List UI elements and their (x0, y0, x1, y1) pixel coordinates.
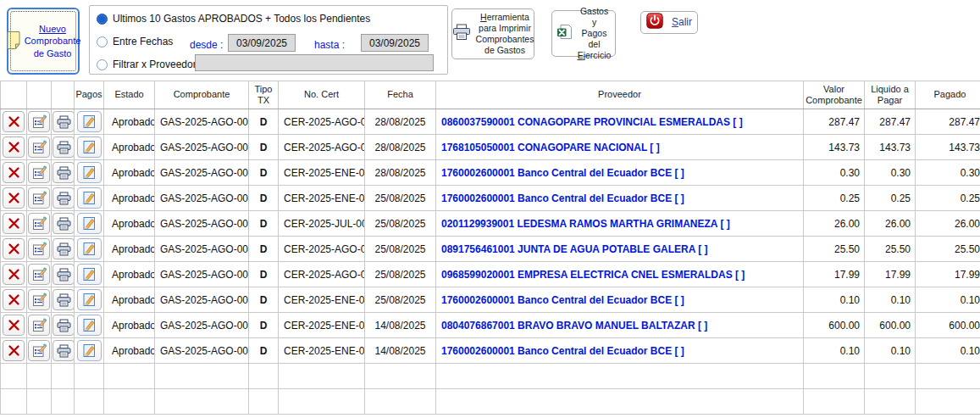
radio-unselected-icon[interactable] (97, 59, 108, 70)
delete-row-button[interactable] (3, 238, 25, 259)
col-delete (1, 81, 27, 109)
print-row-button[interactable] (53, 213, 75, 234)
pagos-edit-button[interactable] (77, 187, 102, 209)
cell-print-row-button (52, 109, 75, 135)
table-body: AprobadoGAS-2025-AGO-00014DCER-2025-AGO-… (1, 109, 980, 415)
proveedor-link[interactable]: 1760002600001 Banco Central del Ecuador … (436, 186, 804, 211)
cell-estado: Aprobado (104, 338, 155, 364)
proveedor-link[interactable]: 0804076867001 BRAVO BRAVO MANUEL BALTAZA… (436, 313, 804, 338)
proveedor-link[interactable]: 0968599020001 EMPRESA ELECTRICA CNEL ESM… (436, 262, 804, 287)
print-vouchers-tool-button[interactable]: Herramienta para Imprimir Comprobantes d… (451, 8, 534, 59)
cell-no-cert: CER-2025-AGO-0007 (279, 109, 365, 135)
pagos-edit-button[interactable] (77, 340, 102, 361)
print-icon (57, 293, 71, 307)
row-properties-button[interactable] (28, 264, 50, 285)
new-document-icon (6, 31, 21, 53)
delete-row-button[interactable] (3, 340, 25, 361)
cell-estado: Aprobado (104, 237, 155, 262)
radio-selected-icon[interactable] (97, 14, 108, 25)
proveedor-link[interactable]: 0860037590001 CONAGOPARE PROVINCIAL ESME… (436, 109, 804, 135)
empty-cell (155, 364, 249, 389)
delete-row-button[interactable] (3, 187, 25, 209)
row-properties-button[interactable] (28, 187, 50, 209)
row-properties-button[interactable] (28, 162, 50, 183)
row-properties-button[interactable] (28, 137, 50, 158)
radio-unselected-icon[interactable] (97, 36, 108, 47)
print-row-button[interactable] (53, 187, 75, 209)
row-properties-button[interactable] (28, 315, 50, 336)
proveedor-link[interactable]: 1760002600001 Banco Central del Ecuador … (436, 338, 804, 364)
pagos-edit-button[interactable] (77, 111, 102, 132)
cell-pagos-edit-button (75, 160, 104, 186)
cell-valor: 25.50 (804, 237, 865, 262)
properties-icon (32, 293, 47, 307)
radio-last10-label: Ultimos 10 Gastos APROBADOS + Todos los … (113, 13, 370, 25)
empty-cell (436, 389, 804, 415)
cell-tipo-tx: D (249, 211, 279, 237)
print-row-button[interactable] (53, 238, 75, 259)
cell-valor: 143.73 (804, 135, 865, 160)
cell-liquido: 0.30 (865, 160, 916, 186)
cell-pagos-edit-button (75, 287, 104, 313)
empty-cell (1, 364, 27, 389)
radio-filter-proveedor[interactable]: Filtrar x Proveedor (97, 59, 197, 70)
print-row-button[interactable] (53, 289, 75, 310)
pagos-edit-button[interactable] (77, 213, 102, 234)
hasta-date-field[interactable]: 03/09/2025 (361, 34, 429, 52)
col-tipo-tx: Tipo TX (249, 81, 279, 109)
pagos-edit-button[interactable] (77, 289, 102, 310)
edit-icon (82, 267, 97, 281)
row-properties-button[interactable] (28, 238, 50, 259)
print-row-button[interactable] (53, 340, 75, 361)
expenses-payments-report-button[interactable]: Gastos y Pagos del Ejercicio (551, 10, 616, 57)
print-row-button[interactable] (53, 162, 75, 183)
proveedor-link[interactable]: 0891756461001 JUNTA DE AGUA POTABLE GALE… (436, 237, 804, 262)
pagos-edit-button[interactable] (77, 137, 102, 158)
cell-estado: Aprobado (104, 160, 155, 186)
proveedor-link[interactable]: 1768105050001 CONAGOPARE NACIONAL [ ] (436, 135, 804, 160)
cell-print-row-button (52, 313, 75, 338)
desde-date-field[interactable]: 03/09/2025 (228, 34, 296, 52)
delete-row-button[interactable] (3, 111, 25, 132)
delete-row-button[interactable] (3, 137, 25, 158)
print-row-button[interactable] (53, 111, 75, 132)
cell-pagado: 600.00 (916, 313, 980, 338)
delete-icon (8, 115, 20, 128)
empty-cell (865, 364, 916, 389)
proveedor-link[interactable]: 1760002600001 Banco Central del Ecuador … (436, 287, 804, 313)
cell-no-cert: CER-2025-ENE-0004 (279, 313, 365, 338)
radio-between-dates[interactable]: Entre Fechas (97, 36, 173, 47)
proveedor-link[interactable]: 0201129939001 LEDESMA RAMOS MARTHA GRIMA… (436, 211, 804, 237)
print-row-button[interactable] (53, 264, 75, 285)
print-row-button[interactable] (53, 315, 75, 336)
cell-row-properties-button (27, 287, 52, 313)
properties-icon (32, 318, 47, 332)
empty-cell (155, 389, 249, 415)
pagos-edit-button[interactable] (77, 315, 102, 336)
row-properties-button[interactable] (28, 340, 50, 361)
edit-icon (82, 165, 97, 180)
row-properties-button[interactable] (28, 213, 50, 234)
row-properties-button[interactable] (28, 111, 50, 132)
delete-row-button[interactable] (3, 213, 25, 234)
delete-row-button[interactable] (3, 162, 25, 183)
cell-liquido: 143.73 (865, 135, 916, 160)
delete-row-button[interactable] (3, 289, 25, 310)
properties-icon (32, 114, 47, 129)
cell-tipo-tx: D (249, 160, 279, 186)
delete-row-button[interactable] (3, 264, 25, 285)
radio-last10[interactable]: Ultimos 10 Gastos APROBADOS + Todos los … (97, 13, 370, 25)
pagos-edit-button[interactable] (77, 264, 102, 285)
print-icon (57, 115, 71, 129)
cell-tipo-tx: D (249, 237, 279, 262)
delete-row-button[interactable] (3, 315, 25, 336)
new-expense-button[interactable]: Nuevo Comprobante de Gasto (7, 8, 80, 75)
exit-button[interactable]: Salir (640, 11, 698, 34)
proveedor-link[interactable]: 1760002600001 Banco Central del Ecuador … (436, 160, 804, 186)
row-properties-button[interactable] (28, 289, 50, 310)
pagos-edit-button[interactable] (77, 238, 102, 259)
pagos-edit-button[interactable] (77, 162, 102, 183)
print-row-button[interactable] (53, 137, 75, 158)
empty-cell (1, 389, 27, 415)
proveedor-filter-input[interactable] (195, 54, 434, 71)
